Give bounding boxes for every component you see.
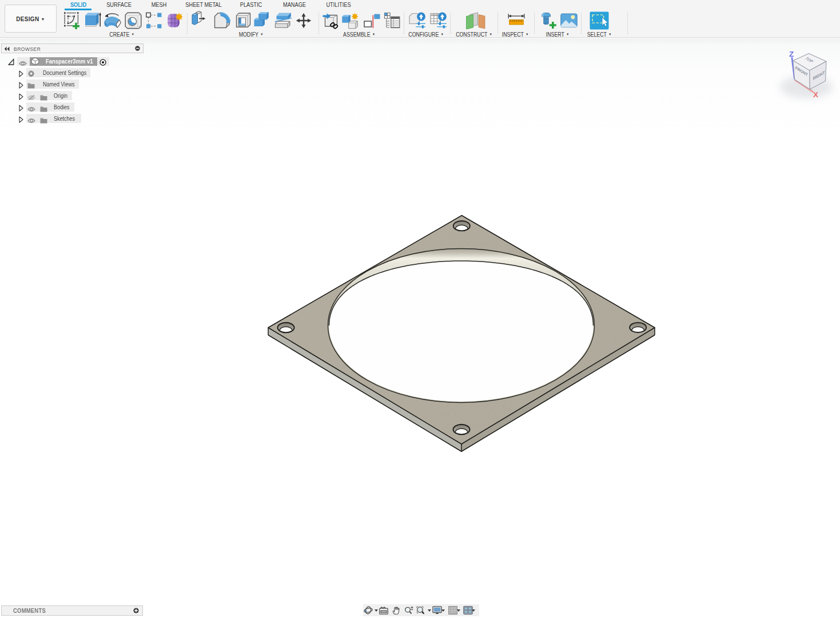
svg-text:X: X bbox=[813, 90, 818, 99]
svg-text:Z: Z bbox=[789, 50, 794, 58]
